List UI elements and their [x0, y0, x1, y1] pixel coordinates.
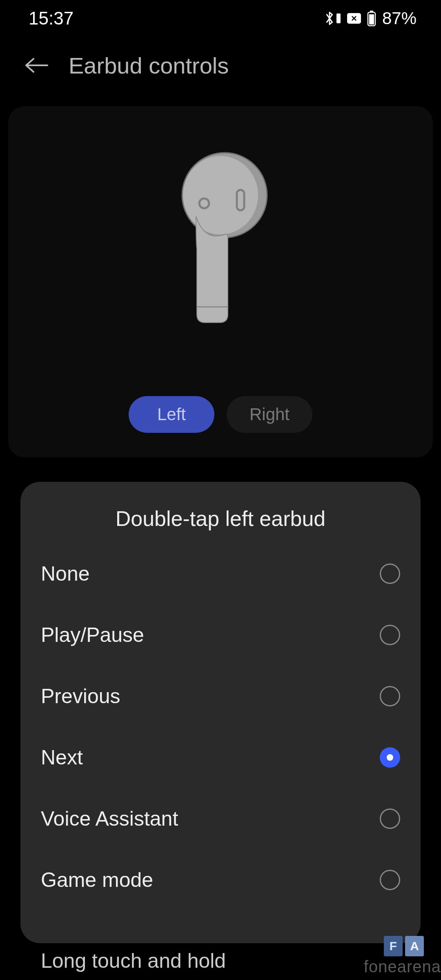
earbud-side-tabs: Left Right [129, 396, 312, 433]
option-voice-assistant[interactable]: Voice Assistant [41, 788, 400, 849]
data-saver-icon [347, 13, 361, 24]
battery-icon [367, 10, 376, 27]
action-sheet: Double-tap left earbud None Play/Pause P… [20, 482, 421, 943]
radio-unselected-icon [380, 625, 400, 645]
option-label: Previous [41, 684, 120, 708]
svg-rect-8 [197, 306, 228, 307]
option-next[interactable]: Next [41, 727, 400, 788]
option-label: Next [41, 746, 83, 769]
battery-percentage: 87% [382, 9, 416, 28]
tab-right-label: Right [249, 405, 290, 424]
svg-rect-3 [369, 14, 374, 24]
watermark-f: F [384, 936, 403, 956]
back-button[interactable] [24, 53, 49, 78]
radio-unselected-icon [380, 564, 400, 584]
bluetooth-icon [323, 10, 341, 27]
radio-selected-icon [380, 747, 400, 768]
sheet-title: Double-tap left earbud [41, 506, 400, 531]
option-label: Voice Assistant [41, 807, 178, 831]
earbud-illustration [159, 151, 282, 327]
watermark-text: fonearena [364, 958, 441, 976]
svg-rect-0 [336, 13, 341, 23]
page-title: Earbud controls [69, 52, 229, 79]
radio-unselected-icon [380, 808, 400, 829]
tab-left-label: Left [157, 405, 186, 424]
option-play-pause[interactable]: Play/Pause [41, 604, 400, 666]
option-game-mode[interactable]: Game mode [41, 849, 400, 911]
watermark-a: A [405, 936, 424, 956]
option-label: Play/Pause [41, 623, 144, 647]
option-previous[interactable]: Previous [41, 666, 400, 727]
earbud-card: Left Right [8, 106, 433, 457]
tab-right[interactable]: Right [227, 396, 312, 433]
status-right: 87% [323, 9, 416, 28]
option-none[interactable]: None [41, 543, 400, 604]
radio-unselected-icon [380, 686, 400, 706]
section-long-touch: Long touch and hold [41, 949, 226, 973]
status-bar: 15:37 87% [0, 0, 441, 37]
watermark-badge: F A [384, 936, 424, 956]
option-label: Game mode [41, 868, 153, 892]
option-label: None [41, 562, 90, 586]
app-header: Earbud controls [0, 37, 441, 94]
tab-left[interactable]: Left [129, 396, 214, 433]
status-time: 15:37 [29, 8, 74, 29]
radio-unselected-icon [380, 870, 400, 890]
svg-point-5 [183, 156, 258, 234]
